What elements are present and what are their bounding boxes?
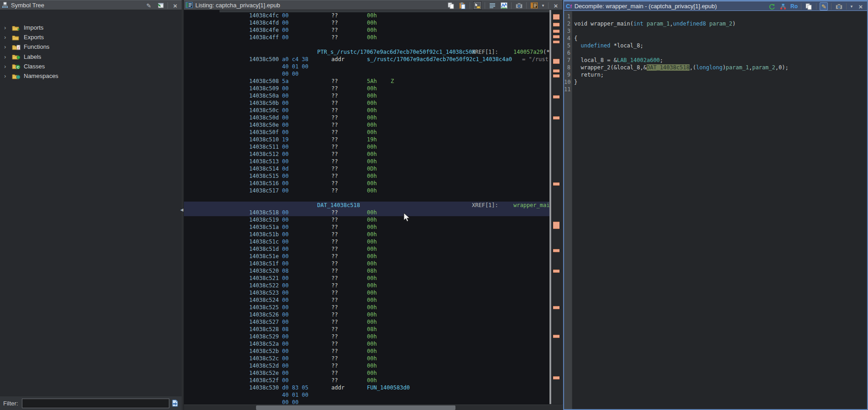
change-marker[interactable] — [553, 41, 559, 43]
listing-row[interactable]: 14038c52c00??00h — [184, 355, 549, 362]
chevron-right-icon[interactable]: › — [4, 24, 6, 31]
copy-icon[interactable] — [805, 2, 813, 10]
listing-row[interactable]: 14038c52900??00h — [184, 333, 549, 340]
change-marker[interactable] — [553, 35, 559, 38]
listing-marker-margin[interactable] — [552, 10, 563, 404]
chevron-right-icon[interactable]: › — [4, 63, 6, 70]
listing-row[interactable]: 14038c51600??00h — [184, 180, 549, 187]
listing-label-row[interactable]: PTR_s_/rustc/17067e9ac6d7ecb70e50f92c1_1… — [184, 48, 549, 56]
symbol-tree-titlebar[interactable]: Symbol Tree ✎ × — [0, 0, 182, 10]
change-marker[interactable] — [553, 116, 559, 119]
change-marker[interactable] — [553, 376, 559, 379]
listing-row[interactable]: 14038c5140d??0Dh — [184, 165, 549, 172]
listing-row[interactable]: 14038c51100??00h — [184, 143, 549, 151]
listing-row[interactable]: 14038c52a00??00h — [184, 340, 549, 348]
listing-titlebar[interactable]: Listing: captcha_privacy[1].epub — [184, 0, 562, 10]
listing-horizontal-scrollbar[interactable] — [184, 405, 563, 410]
graph-icon[interactable] — [779, 2, 787, 10]
code-line[interactable]: { — [573, 35, 867, 42]
listing-row[interactable]: 14038c5085a??5AhZ — [184, 78, 549, 85]
code-line[interactable]: } — [573, 78, 867, 86]
change-marker[interactable] — [553, 182, 559, 186]
change-marker[interactable] — [553, 74, 559, 78]
edit-icon[interactable]: ✎ — [820, 2, 828, 10]
ro-icon[interactable]: Ro — [790, 3, 798, 10]
listing-row[interactable]: 14038c51d00??00h — [184, 245, 549, 253]
listing-row[interactable]: 14038c51c00??00h — [184, 238, 549, 245]
dropdown-caret-icon[interactable]: ▼ — [541, 4, 545, 8]
listing-row[interactable]: 14038c500a0 c4 38addrs_/rustc/17067e9ac6… — [184, 56, 549, 63]
listing-row[interactable]: 14038c52f00??00h — [184, 377, 549, 384]
decompile-titlebar[interactable]: Cf Decompile: wrapper_main - (captcha_pr… — [564, 1, 867, 11]
listing-display-icon[interactable] — [530, 1, 538, 10]
listing-row[interactable]: 14038c51b00??00h — [184, 231, 549, 238]
change-marker[interactable] — [553, 59, 559, 64]
code-line[interactable] — [573, 49, 867, 57]
change-marker[interactable] — [553, 69, 559, 73]
listing-row[interactable]: 14038c4fe00??00h — [184, 26, 549, 34]
close-icon[interactable]: × — [552, 1, 560, 10]
scrollbar-thumb[interactable] — [256, 405, 455, 410]
splitter-collapse-icon[interactable]: ◀ — [180, 208, 183, 212]
change-marker[interactable] — [553, 95, 559, 99]
listing-row[interactable]: 14038c52808??08h — [184, 326, 549, 333]
sidebar-item-functions[interactable]: ›fFunctions — [0, 42, 182, 52]
code-line[interactable] — [573, 86, 867, 93]
chevron-right-icon[interactable]: › — [4, 34, 6, 41]
listing-row[interactable]: 14038c52d00??00h — [184, 362, 549, 369]
listing-vertical-scrollbar[interactable] — [549, 10, 551, 404]
code-line[interactable] — [573, 13, 867, 20]
filter-options-icon[interactable] — [171, 400, 178, 407]
listing-row[interactable]: 14038c52300??00h — [184, 289, 549, 296]
listing-row[interactable]: 14038c4fc00??00h — [184, 12, 549, 19]
chevron-right-icon[interactable]: › — [4, 53, 6, 60]
listing-row[interactable]: 14038c52b00??00h — [184, 348, 549, 355]
listing-row[interactable]: 14038c4ff00??00h — [184, 34, 549, 41]
sidebar-item-labels[interactable]: ›Labels — [0, 52, 182, 62]
code-line[interactable]: wrapper_2(&local_8,&DAT_14038c518,(longl… — [573, 64, 867, 71]
change-marker[interactable] — [553, 249, 559, 252]
change-marker[interactable] — [553, 270, 559, 273]
listing-row[interactable]: 14038c51f00??00h — [184, 260, 549, 267]
listing-row[interactable]: 14038c51a00??00h — [184, 223, 549, 231]
listing-row[interactable]: 14038c51300??00h — [184, 158, 549, 165]
listing-row[interactable]: 14038c51e00??00h — [184, 253, 549, 260]
listing-content[interactable]: 14038c4fc00??00h14038c4fd00??00h14038c4f… — [184, 10, 549, 405]
table-icon[interactable] — [488, 1, 497, 10]
listing-row[interactable]: 14038c51200??00h — [184, 151, 549, 158]
refresh-icon[interactable] — [768, 2, 776, 10]
listing-row[interactable]: 14038c52700??00h — [184, 318, 549, 326]
listing-row[interactable]: 14038c52100??00h — [184, 275, 549, 282]
close-icon[interactable]: × — [857, 2, 865, 10]
listing-row[interactable]: 14038c51500??00h — [184, 172, 549, 180]
listing-row[interactable]: 14038c52400??00h — [184, 296, 549, 304]
edit-pencil-icon[interactable]: ✎ — [145, 1, 153, 10]
listing-row[interactable]: 40 01 00 — [184, 63, 549, 70]
chart-icon[interactable] — [500, 1, 508, 10]
listing-row[interactable]: 14038c52500??00h — [184, 304, 549, 311]
listing-row[interactable]: 14038c52600??00h — [184, 311, 549, 318]
snapshot-camera-icon[interactable] — [515, 1, 523, 10]
listing-row[interactable]: 14038c51800??00h — [184, 209, 549, 216]
change-marker[interactable] — [553, 306, 559, 309]
close-icon[interactable]: × — [171, 1, 179, 10]
filter-input[interactable] — [22, 399, 169, 408]
sidebar-item-classes[interactable]: ›CClasses — [0, 62, 182, 71]
dropdown-caret-icon[interactable]: ▼ — [850, 5, 853, 9]
listing-row[interactable]: 14038c50c00??00h — [184, 107, 549, 114]
listing-row[interactable]: 14038c51900??00h — [184, 216, 549, 223]
change-marker[interactable] — [553, 30, 559, 33]
listing-row[interactable]: 14038c52200??00h — [184, 282, 549, 289]
snapshot-camera-icon[interactable] — [835, 2, 843, 10]
chevron-right-icon[interactable]: › — [4, 43, 6, 50]
listing-row[interactable]: 14038c50a00??00h — [184, 92, 549, 99]
sidebar-item-exports[interactable]: ›Exports — [0, 32, 182, 42]
listing-row[interactable]: 14038c50d00??00h — [184, 114, 549, 121]
copy-icon[interactable] — [447, 1, 455, 10]
change-marker[interactable] — [553, 14, 559, 20]
change-marker[interactable] — [553, 335, 559, 338]
listing-row[interactable]: 40 01 00 — [184, 391, 549, 399]
chevron-right-icon[interactable]: › — [4, 73, 6, 79]
code-line[interactable]: undefined *local_8; — [573, 42, 867, 49]
code-line[interactable] — [573, 27, 867, 35]
